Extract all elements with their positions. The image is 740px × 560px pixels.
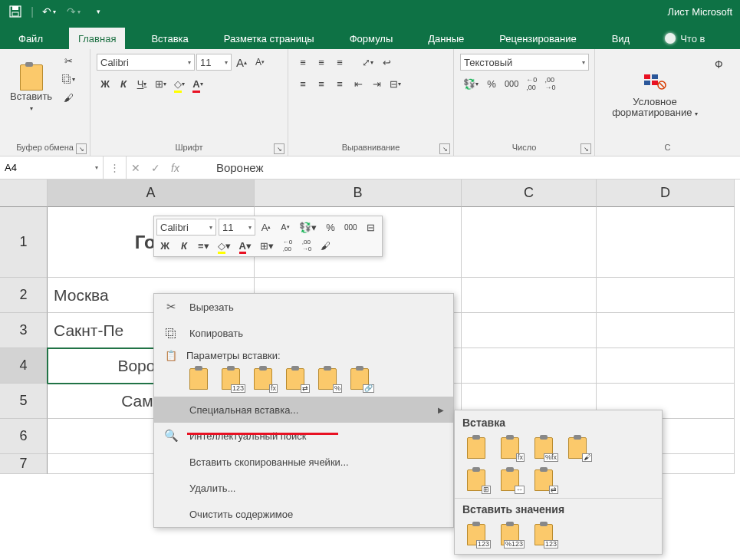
font-size-combo[interactable]: 11▾ bbox=[196, 54, 232, 71]
tell-me[interactable]: Что в bbox=[656, 28, 714, 49]
ctx-smart-lookup[interactable]: 🔍Интеллектуальный поиск bbox=[154, 423, 453, 449]
cell-D4[interactable] bbox=[597, 348, 735, 384]
mini-fontcolor[interactable]: А▾ bbox=[236, 237, 255, 254]
ctx-delete[interactable]: Удалить... bbox=[154, 475, 453, 501]
mini-align[interactable]: ≡▾ bbox=[195, 237, 212, 254]
mini-comma[interactable]: 000 bbox=[341, 219, 360, 236]
paste-all[interactable] bbox=[185, 366, 212, 392]
tab-data[interactable]: Данные bbox=[419, 28, 473, 49]
sub-paste-keep-src[interactable]: 🖌 bbox=[564, 435, 591, 461]
clipboard-launcher[interactable]: ↘ bbox=[76, 143, 87, 154]
mini-format-painter[interactable]: 🖌 bbox=[317, 237, 334, 254]
shrink-font-icon[interactable]: A▾ bbox=[252, 54, 268, 71]
paste-button[interactable]: Вставить▾ bbox=[6, 52, 56, 126]
name-box[interactable]: ▾ bbox=[0, 156, 104, 179]
save-button[interactable] bbox=[5, 1, 26, 22]
undo-button[interactable]: ↶ ▾ bbox=[38, 1, 60, 22]
mini-italic[interactable]: К bbox=[176, 237, 192, 254]
row-header-7[interactable]: 7 bbox=[0, 454, 48, 474]
mini-fill[interactable]: ◇▾ bbox=[215, 237, 234, 254]
sub-values[interactable]: 123 bbox=[462, 522, 490, 548]
sub-paste-formulas[interactable]: fx bbox=[496, 435, 524, 461]
tab-insert[interactable]: Вставка bbox=[142, 28, 197, 49]
select-all-corner[interactable] bbox=[0, 180, 48, 207]
col-header-C[interactable]: C bbox=[462, 180, 597, 207]
conditional-formatting-button[interactable]: Условное форматирование ▾ bbox=[601, 52, 709, 137]
align-center-icon[interactable]: ≡ bbox=[313, 75, 330, 92]
align-left-icon[interactable]: ≡ bbox=[294, 75, 311, 92]
sub-paste-all[interactable] bbox=[462, 435, 490, 461]
cell-C1[interactable] bbox=[462, 207, 597, 278]
align-top-icon[interactable]: ≡ bbox=[294, 54, 311, 71]
sub-paste-width[interactable]: ↔ bbox=[496, 467, 524, 493]
mini-dec-dec[interactable]: ,00→0 bbox=[298, 237, 315, 254]
row-header-3[interactable]: 3 bbox=[0, 313, 48, 348]
grow-font-icon[interactable]: A▴ bbox=[233, 54, 250, 71]
cell-D1[interactable] bbox=[597, 207, 735, 278]
ctx-copy[interactable]: ⿻Копировать bbox=[154, 320, 453, 346]
number-format-combo[interactable]: Текстовый▾ bbox=[460, 54, 589, 71]
font-color-button[interactable]: А ▾ bbox=[189, 75, 206, 92]
font-launcher[interactable]: ↘ bbox=[274, 143, 284, 154]
sub-values-src[interactable]: 123 bbox=[530, 522, 557, 548]
sub-values-num[interactable]: %123 bbox=[496, 522, 524, 548]
mini-size-combo[interactable]: 11▾ bbox=[219, 219, 255, 236]
col-header-B[interactable]: B bbox=[255, 180, 462, 207]
tab-layout[interactable]: Разметка страницы bbox=[215, 28, 324, 49]
paste-link[interactable]: 🔗 bbox=[346, 366, 373, 392]
decrease-indent-icon[interactable]: ⇤ bbox=[350, 75, 367, 92]
sub-paste-formulas-num[interactable]: %fx bbox=[530, 435, 557, 461]
underline-button[interactable]: Ч ▾ bbox=[133, 75, 150, 92]
align-middle-icon[interactable]: ≡ bbox=[313, 54, 330, 71]
fill-color-button[interactable]: ◇ ▾ bbox=[171, 75, 188, 92]
cell-C3[interactable] bbox=[462, 313, 597, 348]
tab-view[interactable]: Вид bbox=[603, 28, 640, 49]
name-box-input[interactable] bbox=[5, 162, 95, 173]
tab-home[interactable]: Главная bbox=[69, 28, 125, 49]
row-header-6[interactable]: 6 bbox=[0, 419, 48, 454]
redo-button[interactable]: ↷ ▾ bbox=[63, 1, 84, 22]
ctx-cut[interactable]: ✂Вырезать bbox=[154, 294, 453, 320]
align-launcher[interactable]: ↘ bbox=[439, 143, 450, 154]
paste-values[interactable]: 123 bbox=[217, 366, 245, 392]
fx-icon[interactable]: fx bbox=[171, 162, 179, 174]
copy-icon[interactable]: ⿻ ▾ bbox=[59, 71, 78, 87]
row-header-2[interactable]: 2 bbox=[0, 278, 48, 313]
mini-bold[interactable]: Ж bbox=[156, 237, 173, 254]
row-header-1[interactable]: 1 bbox=[0, 207, 48, 278]
align-bottom-icon[interactable]: ≡ bbox=[331, 54, 348, 71]
increase-indent-icon[interactable]: ⇥ bbox=[368, 75, 385, 92]
mini-inc-dec[interactable]: ←0,00 bbox=[279, 237, 296, 254]
cell-D2[interactable] bbox=[597, 278, 735, 313]
align-right-icon[interactable]: ≡ bbox=[331, 75, 348, 92]
cell-C4[interactable] bbox=[462, 348, 597, 384]
orientation-icon[interactable]: ⤢ ▾ bbox=[359, 54, 377, 71]
paste-transpose[interactable]: ⇄ bbox=[281, 366, 309, 392]
mini-merge[interactable]: ⊟ bbox=[363, 219, 380, 236]
decrease-decimal-icon[interactable]: ,00→0 bbox=[541, 75, 558, 92]
mini-font-combo[interactable]: Calibri▾ bbox=[156, 219, 216, 236]
enter-icon[interactable]: ✓ bbox=[151, 162, 160, 174]
bold-button[interactable]: Ж bbox=[97, 75, 113, 92]
row-header-4[interactable]: 4 bbox=[0, 348, 48, 384]
col-header-A[interactable]: A bbox=[48, 180, 255, 207]
number-launcher[interactable]: ↘ bbox=[580, 143, 591, 154]
italic-button[interactable]: К bbox=[115, 75, 132, 92]
ctx-paste-special[interactable]: Специальная вставка...▶ bbox=[154, 397, 453, 423]
mini-grow-font[interactable]: A▴ bbox=[258, 219, 275, 236]
borders-button[interactable]: ⊞ ▾ bbox=[152, 75, 169, 92]
sub-paste-transpose[interactable]: ⇄ bbox=[530, 467, 557, 493]
cell-D3[interactable] bbox=[597, 313, 735, 348]
paste-formatting[interactable]: % bbox=[314, 366, 341, 392]
tab-review[interactable]: Рецензирование bbox=[490, 28, 585, 49]
mini-accounting[interactable]: 💱▾ bbox=[296, 219, 320, 236]
mini-borders[interactable]: ⊞▾ bbox=[257, 237, 277, 254]
ctx-clear[interactable]: Очистить содержимое bbox=[154, 501, 453, 527]
row-header-5[interactable]: 5 bbox=[0, 384, 48, 419]
format-painter-icon[interactable]: 🖌 bbox=[59, 89, 78, 106]
cancel-icon[interactable]: ✕ bbox=[131, 162, 140, 174]
wrap-text-icon[interactable]: ↩ bbox=[378, 54, 395, 71]
percent-button[interactable]: % bbox=[483, 75, 500, 92]
accounting-button[interactable]: 💱 ▾ bbox=[460, 75, 482, 92]
sub-paste-noborder[interactable]: ⊞ bbox=[462, 467, 490, 493]
